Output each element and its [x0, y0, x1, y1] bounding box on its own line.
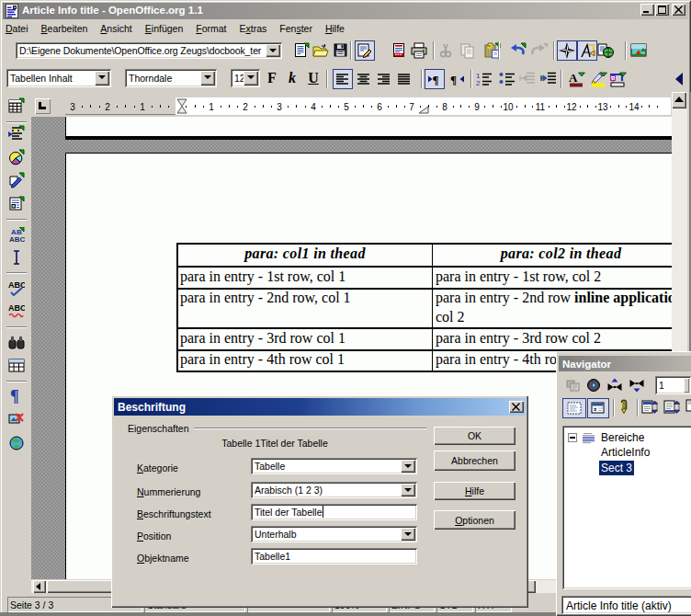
svg-text:¶: ¶: [10, 387, 19, 404]
svg-text:ABC: ABC: [8, 303, 25, 313]
svg-text:g: g: [611, 75, 615, 83]
svg-text:2: 2: [476, 79, 481, 86]
svg-text:A: A: [569, 71, 578, 85]
svg-text:ABC: ABC: [9, 235, 25, 244]
svg-text:¶: ¶: [450, 73, 457, 86]
svg-text:¶: ¶: [433, 73, 439, 86]
